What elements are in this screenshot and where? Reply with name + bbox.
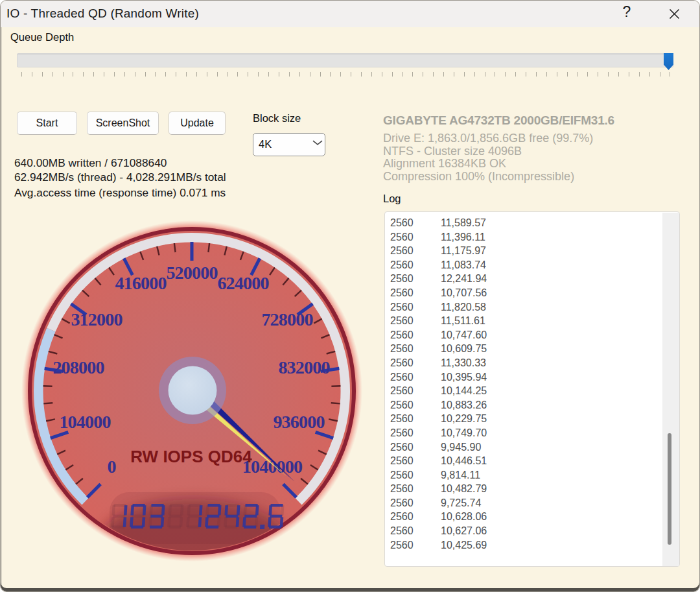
svg-text:624000: 624000 (217, 273, 268, 293)
svg-text:416000: 416000 (115, 273, 166, 293)
svg-text:728000: 728000 (261, 309, 312, 329)
svg-text:208000: 208000 (52, 357, 104, 377)
svg-text:520000: 520000 (166, 263, 217, 283)
svg-text:936000: 936000 (273, 412, 324, 432)
svg-text:RW IOPS QD64: RW IOPS QD64 (130, 447, 252, 466)
svg-text:104000: 104000 (59, 412, 110, 432)
svg-text:0: 0 (107, 457, 115, 477)
svg-text:312000: 312000 (71, 309, 122, 329)
svg-text:832000: 832000 (278, 357, 329, 377)
